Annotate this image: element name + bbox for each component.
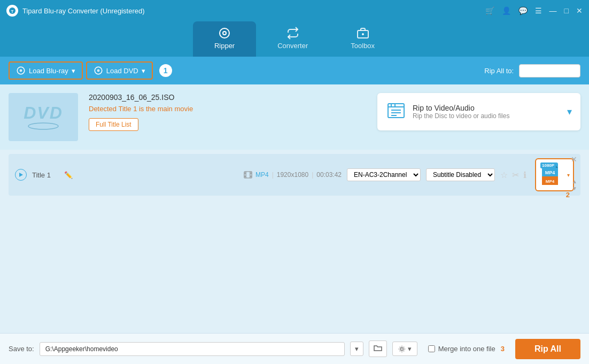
- format-dropdown-arrow: ▾: [567, 172, 570, 178]
- menu-icon[interactable]: ☰: [535, 6, 542, 15]
- track-cut-icon[interactable]: ✂: [512, 170, 519, 180]
- track-audio-select[interactable]: EN-AC3-2Channel: [347, 168, 421, 181]
- rip-options-text: Rip to Video/Audio Rip the Disc to video…: [413, 104, 509, 120]
- track-play-button[interactable]: [15, 169, 27, 181]
- svg-point-11: [28, 123, 58, 129]
- app-title: Tipard Blu-ray Converter (Unregistered): [22, 7, 485, 15]
- track-meta: MP4 | 1920x1080 | 00:03:42: [244, 171, 342, 179]
- load-dvd-label: Load DVD: [106, 67, 138, 75]
- minimize-icon[interactable]: —: [549, 6, 557, 15]
- rip-all-to-label: Rip All to:: [484, 67, 514, 75]
- rip-options-panel: Rip to Video/Audio Rip the Disc to video…: [377, 93, 580, 130]
- track-film-icon: [244, 171, 252, 179]
- window-controls: 🛒 👤 💬 ☰ — □ ✕: [485, 6, 583, 15]
- cart-icon[interactable]: 🛒: [485, 6, 494, 15]
- svg-text:MP4: MP4: [545, 170, 555, 175]
- app-logo: T: [6, 5, 18, 17]
- svg-point-3: [223, 32, 226, 35]
- step3-badge: 3: [501, 345, 505, 353]
- settings-icon: [398, 345, 406, 353]
- load-dvd-dropdown-icon: ▾: [142, 67, 145, 75]
- merge-label: Merge into one file: [438, 345, 495, 353]
- save-to-label: Save to:: [9, 345, 34, 353]
- disc-info-row: DVD 20200903_16_06_25.ISO Detected Title…: [0, 84, 589, 150]
- disc-details: 20200903_16_06_25.ISO Detected Title 1 i…: [89, 93, 367, 131]
- tab-converter-label: Converter: [277, 42, 308, 50]
- svg-point-8: [20, 70, 22, 72]
- tracks-container: Title 1 ✏️ MP4 | 1920x1080 |: [0, 150, 589, 200]
- track-move-down-icon[interactable]: ▼: [572, 185, 577, 191]
- table-row: Title 1 ✏️ MP4 | 1920x1080 |: [9, 154, 580, 196]
- rip-all-button[interactable]: Rip All: [515, 339, 580, 359]
- track-info-icon[interactable]: ℹ: [523, 170, 526, 180]
- user-icon[interactable]: 👤: [502, 6, 511, 15]
- disc-detected-text: Detected Title 1 is the main movie: [89, 105, 367, 113]
- track-format-wrapper: 1080P MP4 MP4 ▾ ✕ ▲ ▼: [535, 158, 574, 191]
- load-bluray-button[interactable]: Load Blu-ray ▾: [9, 61, 83, 80]
- save-folder-button[interactable]: [369, 340, 387, 357]
- tab-ripper-label: Ripper: [214, 42, 235, 50]
- full-title-list-button[interactable]: Full Title List: [89, 118, 138, 131]
- load-bluray-label: Load Blu-ray: [29, 67, 68, 75]
- tab-toolbox-label: Toolbox: [351, 42, 375, 50]
- track-actions: ☆ ✂ ℹ: [500, 170, 526, 180]
- folder-icon: [374, 344, 382, 352]
- bottom-bar: Save to: ▾ ▾ Merge into one file 3 Rip A…: [0, 333, 589, 364]
- tab-converter[interactable]: Converter: [256, 21, 329, 57]
- svg-point-32: [400, 347, 403, 350]
- nav-bar: Ripper Converter Toolbox: [0, 21, 589, 57]
- track-subtitle-select[interactable]: Subtitle Disabled: [426, 168, 495, 181]
- track-star-icon[interactable]: ☆: [500, 170, 508, 180]
- step1-badge: 1: [159, 64, 172, 77]
- svg-point-10: [97, 70, 99, 72]
- svg-marker-19: [19, 173, 23, 177]
- track-name: Title 1: [32, 171, 59, 179]
- settings-dropdown-icon: ▾: [408, 345, 412, 353]
- svg-text:T: T: [11, 9, 14, 14]
- title-bar: T Tipard Blu-ray Converter (Unregistered…: [0, 0, 589, 21]
- save-path-input[interactable]: [40, 342, 345, 356]
- tab-toolbox[interactable]: Toolbox: [329, 21, 396, 57]
- svg-point-7: [17, 67, 25, 74]
- chat-icon[interactable]: 💬: [518, 6, 528, 15]
- rip-format-value: MPG Lossless: [524, 67, 569, 75]
- rip-options-description: Rip the Disc to video or audio files: [413, 112, 509, 120]
- step2-badge: 2: [566, 191, 570, 199]
- track-move-up-icon[interactable]: ▲: [572, 179, 577, 184]
- rip-options-dropdown-icon[interactable]: ▾: [567, 106, 572, 118]
- merge-checkbox-container: Merge into one file: [428, 345, 495, 353]
- track-edit-icon[interactable]: ✏️: [64, 171, 73, 179]
- toolbar-right: Rip All to: MPG Lossless ▾: [484, 64, 580, 78]
- merge-checkbox[interactable]: [428, 345, 435, 352]
- disc-thumbnail: DVD: [9, 93, 78, 141]
- svg-text:MP4: MP4: [546, 179, 555, 184]
- dvd-logo-text: DVD: [24, 103, 63, 123]
- svg-point-2: [220, 28, 229, 38]
- rip-options-title: Rip to Video/Audio: [413, 104, 509, 112]
- format-badge: 1080P: [540, 162, 556, 168]
- track-resolution: 1920x1080: [277, 171, 308, 179]
- load-bluray-dropdown-icon: ▾: [72, 67, 75, 75]
- format-icon-wrap: 1080P MP4 MP4: [539, 161, 566, 188]
- is-main-movie-label: is the main movie: [139, 105, 193, 113]
- track-reorder-controls: ▲ ▼: [572, 179, 577, 191]
- svg-rect-20: [244, 172, 252, 178]
- svg-point-9: [95, 67, 102, 74]
- save-path-dropdown-button[interactable]: ▾: [350, 342, 363, 356]
- load-dvd-button[interactable]: Load DVD ▾: [86, 61, 153, 80]
- detected-label: Detected: [89, 105, 117, 113]
- rip-format-dropdown-icon: ▾: [572, 67, 576, 75]
- disc-filename: 20200903_16_06_25.ISO: [89, 93, 367, 102]
- tracks-area: Title 1 ✏️ MP4 | 1920x1080 |: [0, 150, 589, 364]
- disc-title-link[interactable]: Title 1: [118, 105, 137, 113]
- track-separator2: |: [312, 171, 313, 179]
- tab-ripper[interactable]: Ripper: [193, 21, 256, 57]
- save-settings-button[interactable]: ▾: [392, 342, 417, 356]
- close-icon[interactable]: ✕: [576, 6, 583, 15]
- toolbar: Load Blu-ray ▾ Load DVD ▾ 1 Rip All to: …: [0, 57, 589, 84]
- track-close-button[interactable]: ✕: [571, 155, 577, 164]
- rip-options-icon: [386, 100, 406, 123]
- track-format-box[interactable]: 1080P MP4 MP4 ▾: [535, 158, 574, 191]
- maximize-icon[interactable]: □: [564, 6, 569, 15]
- rip-format-select[interactable]: MPG Lossless ▾: [519, 64, 580, 78]
